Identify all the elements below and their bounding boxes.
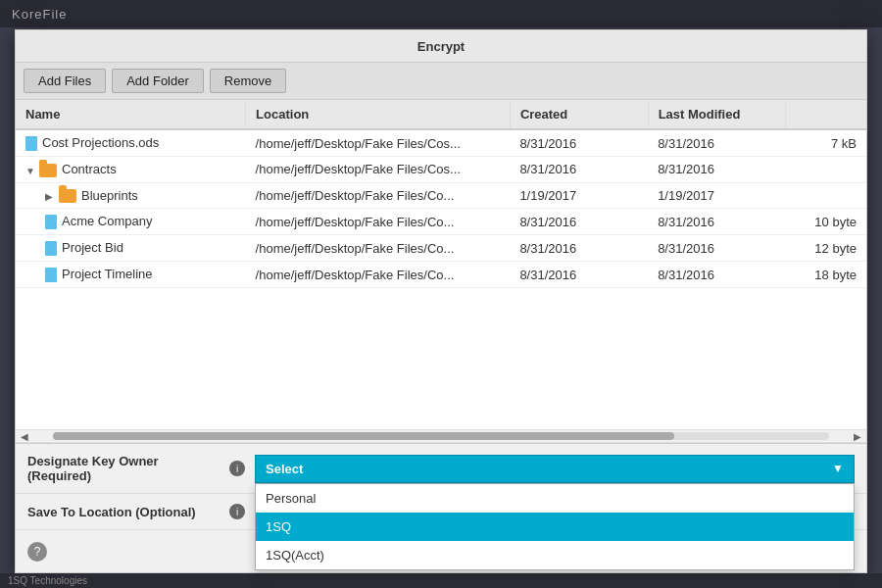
- horizontal-scrollbar[interactable]: ◀ ▶: [16, 429, 866, 443]
- scroll-left-arrow[interactable]: ◀: [16, 431, 33, 442]
- file-name: Contracts: [62, 162, 117, 176]
- file-modified: 1/19/2017: [648, 182, 786, 209]
- table-header-row: Name Location Created Last Modified: [16, 100, 866, 129]
- dropdown-selected-value: Select: [266, 462, 303, 476]
- remove-button[interactable]: Remove: [210, 69, 286, 93]
- dropdown-menu: Personal 1SQ 1SQ(Acct): [255, 483, 855, 570]
- file-location: /home/jeff/Desktop/Fake Files/Cos...: [246, 157, 511, 183]
- table-row[interactable]: Project Bid/home/jeff/Desktop/Fake Files…: [16, 235, 866, 262]
- file-location: /home/jeff/Desktop/Fake Files/Co...: [246, 182, 511, 209]
- folder-icon: [59, 189, 76, 203]
- file-created: 8/31/2016: [510, 209, 648, 235]
- expand-arrow-icon[interactable]: ▼: [25, 166, 35, 175]
- dialog-title: Encrypt: [16, 30, 866, 63]
- folder-icon: [39, 164, 57, 177]
- file-size: 7 kB: [786, 129, 866, 157]
- file-size: 12 byte: [786, 235, 866, 262]
- file-name: Acme Company: [62, 214, 152, 228]
- help-icon[interactable]: ?: [27, 542, 47, 562]
- table-row[interactable]: Project Timeline/home/jeff/Desktop/Fake …: [16, 262, 866, 288]
- table-row[interactable]: ▼Contracts/home/jeff/Desktop/Fake Files/…: [16, 157, 866, 183]
- file-modified: 8/31/2016: [648, 209, 786, 235]
- table-row[interactable]: Acme Company/home/jeff/Desktop/Fake File…: [16, 209, 866, 235]
- save-location-info-icon[interactable]: i: [229, 504, 245, 519]
- toolbar: Add Files Add Folder Remove: [16, 63, 866, 100]
- dropdown-item-1sq[interactable]: 1SQ: [256, 513, 854, 541]
- file-icon: [25, 136, 37, 151]
- dropdown-item-personal[interactable]: Personal: [256, 484, 854, 513]
- file-size: 10 byte: [786, 209, 866, 235]
- file-modified: 8/31/2016: [648, 129, 786, 157]
- key-owner-row: Designate Key Owner (Required) i Select …: [16, 444, 866, 494]
- col-header-modified: Last Modified: [648, 100, 786, 129]
- table-row[interactable]: Cost Projections.ods/home/jeff/Desktop/F…: [16, 129, 866, 157]
- file-created: 1/19/2017: [510, 182, 648, 209]
- file-modified: 8/31/2016: [648, 157, 786, 183]
- file-table-container[interactable]: Name Location Created Last Modified Cost…: [16, 100, 866, 429]
- file-created: 8/31/2016: [510, 129, 648, 157]
- col-header-created: Created: [510, 100, 648, 129]
- col-header-size: [786, 100, 866, 129]
- key-owner-dropdown-container: Select ▼ Personal 1SQ 1SQ(Acct): [255, 455, 855, 483]
- file-location: /home/jeff/Desktop/Fake Files/Co...: [246, 235, 511, 262]
- col-header-name: Name: [16, 100, 246, 129]
- add-files-button[interactable]: Add Files: [24, 69, 106, 93]
- add-folder-button[interactable]: Add Folder: [112, 69, 204, 93]
- encrypt-dialog: Encrypt Add Files Add Folder Remove Name…: [15, 29, 867, 573]
- file-created: 8/31/2016: [510, 235, 648, 262]
- file-created: 8/31/2016: [510, 157, 648, 183]
- file-size: [786, 157, 866, 183]
- file-size: [786, 182, 866, 209]
- file-name: Cost Projections.ods: [42, 135, 159, 150]
- app-logo: KoreFile: [12, 7, 67, 22]
- file-name: Project Bid: [62, 240, 123, 255]
- file-modified: 8/31/2016: [648, 262, 786, 288]
- file-name: Project Timeline: [62, 267, 152, 281]
- file-name: Blueprints: [81, 188, 138, 203]
- file-icon: [45, 215, 57, 229]
- dropdown-item-1sq-acct[interactable]: 1SQ(Acct): [256, 541, 854, 569]
- table-body: Cost Projections.ods/home/jeff/Desktop/F…: [16, 129, 866, 288]
- key-owner-info-icon[interactable]: i: [229, 461, 245, 476]
- col-header-location: Location: [246, 100, 511, 129]
- key-owner-label: Designate Key Owner (Required): [27, 454, 223, 483]
- scrollbar-thumb[interactable]: [53, 432, 674, 440]
- key-owner-dropdown[interactable]: Select ▼: [255, 455, 855, 483]
- table-row[interactable]: ▶Blueprints/home/jeff/Desktop/Fake Files…: [16, 182, 866, 209]
- status-bar: 1SQ Technologies: [0, 573, 882, 588]
- bottom-panel: Designate Key Owner (Required) i Select …: [16, 443, 866, 572]
- file-modified: 8/31/2016: [648, 235, 786, 262]
- scroll-right-arrow[interactable]: ▶: [849, 431, 866, 442]
- file-size: 18 byte: [786, 262, 866, 288]
- file-location: /home/jeff/Desktop/Fake Files/Co...: [246, 262, 511, 288]
- file-location: /home/jeff/Desktop/Fake Files/Co...: [246, 209, 511, 235]
- expand-arrow-icon[interactable]: ▶: [45, 191, 55, 201]
- file-created: 8/31/2016: [510, 262, 648, 288]
- file-icon: [45, 268, 57, 282]
- save-location-label: Save To Location (Optional): [27, 505, 223, 519]
- file-icon: [45, 241, 57, 256]
- top-bar: KoreFile: [0, 0, 882, 27]
- dropdown-arrow-icon: ▼: [832, 462, 844, 475]
- file-table: Name Location Created Last Modified Cost…: [16, 100, 866, 288]
- app-background: KoreFile Encrypt Add Files Add Folder Re…: [0, 0, 882, 588]
- status-text: 1SQ Technologies: [8, 575, 87, 586]
- file-location: /home/jeff/Desktop/Fake Files/Cos...: [246, 129, 511, 157]
- scrollbar-track: [53, 432, 829, 440]
